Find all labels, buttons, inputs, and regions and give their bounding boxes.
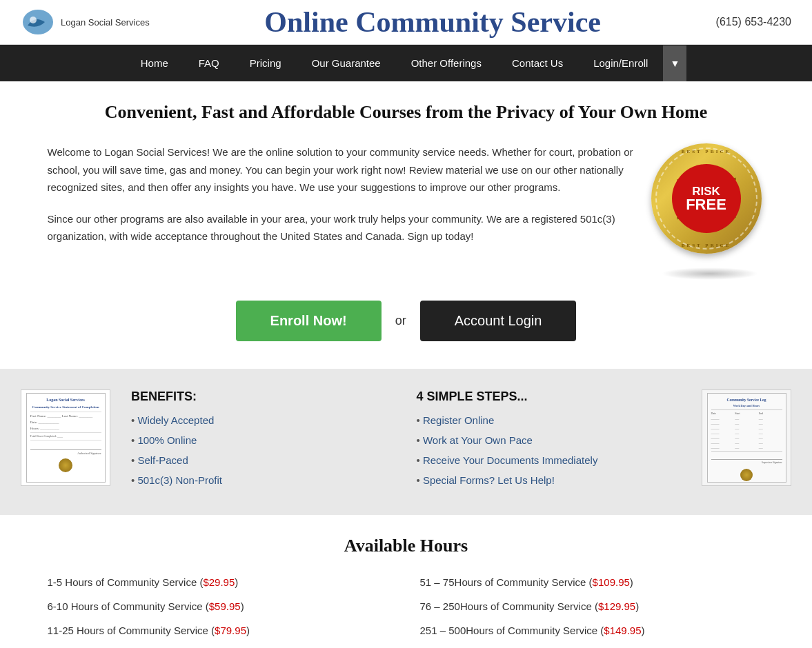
step-link-1[interactable]: Register Online (423, 414, 494, 426)
benefit-link-4[interactable]: 501c(3) Non-Profit (137, 474, 222, 486)
cta-section: Enroll Now! or Account Login (48, 301, 765, 341)
badge-free-text: FREE (686, 197, 726, 212)
hours-row-5: 51 – 75Hours of Community Service ($109.… (420, 574, 765, 591)
intro-paragraph-1: Welcome to Logan Social Services! We are… (48, 143, 634, 196)
phone-number: (615) 653-4230 (716, 16, 791, 28)
steps-column: 4 SIMPLE STEPS... Register Online Work a… (417, 389, 682, 494)
logo-text: Logan Social Services (61, 17, 150, 28)
nav-login-enroll[interactable]: Login/Enroll (578, 45, 663, 81)
svg-point-1 (30, 17, 37, 23)
hours-price-5: $109.95 (593, 576, 630, 588)
site-header: Logan Social Services Online Community S… (0, 0, 812, 45)
nav-pricing[interactable]: Pricing (235, 45, 297, 81)
hours-suffix-2: ) (241, 600, 244, 612)
page-headline: Convenient, Fast and Affordable Courses … (48, 102, 765, 123)
benefits-title: BENEFITS: (131, 389, 396, 404)
hours-suffix-5: ) (630, 576, 633, 588)
steps-list: Register Online Work at Your Own Pace Re… (417, 414, 682, 486)
hours-price-7: $149.95 (604, 625, 641, 636)
benefit-item-3: Self-Paced (131, 454, 396, 466)
logo-area: Logan Social Services (21, 8, 150, 36)
hours-label-3: 11-25 Hours of Community Service ( (48, 625, 215, 636)
hours-row-6: 76 – 250Hours of Community Service ($129… (420, 598, 765, 615)
risk-free-badge: BEST PRICE BEST PRICE BEST PRICE BEST PR… (651, 143, 769, 267)
intro-section: Welcome to Logan Social Services! We are… (48, 143, 765, 280)
main-nav: Home FAQ Pricing Our Guarantee Other Off… (0, 45, 812, 81)
hours-label-6: 76 – 250Hours of Community Service ( (420, 600, 598, 612)
hours-suffix-7: ) (642, 625, 645, 636)
step-item-2: Work at Your Own Pace (417, 434, 682, 446)
hours-suffix-1: ) (235, 576, 238, 588)
step-link-2[interactable]: Work at Your Own Pace (423, 434, 533, 446)
site-title: Online Community Service (150, 6, 716, 39)
nav-home[interactable]: Home (126, 45, 184, 81)
certificate-image-right: Community Service Log Work Days and Hour… (702, 389, 791, 486)
benefit-link-2[interactable]: 100% Online (137, 434, 197, 446)
or-separator: or (395, 314, 406, 328)
hours-label-2: 6-10 Hours of Community Service ( (48, 600, 209, 612)
badge-outer-ring: BEST PRICE BEST PRICE BEST PRICE BEST PR… (651, 143, 762, 254)
hours-row-7: 251 – 500Hours of Community Service ($14… (420, 622, 765, 639)
hours-row-1: 1-5 Hours of Community Service ($29.95) (48, 574, 393, 591)
benefit-item-1: Widely Accepted (131, 414, 396, 426)
nav-faq[interactable]: FAQ (184, 45, 235, 81)
logo-icon (21, 8, 55, 36)
risk-free-badge-area: BEST PRICE BEST PRICE BEST PRICE BEST PR… (655, 143, 765, 280)
benefits-list: Widely Accepted 100% Online Self-Paced 5… (131, 414, 396, 486)
step-item-4: Special Forms? Let Us Help! (417, 474, 682, 486)
certificate-image-left: Logan Social Services Community Service … (21, 389, 110, 486)
hours-price-3: $79.95 (215, 625, 246, 636)
hours-label-7: 251 – 500Hours of Community Service ( (420, 625, 604, 636)
hours-label-1: 1-5 Hours of Community Service ( (48, 576, 204, 588)
badge-shadow (662, 267, 758, 280)
benefit-item-4: 501c(3) Non-Profit (131, 474, 396, 486)
benefits-section: Logan Social Services Community Service … (0, 369, 812, 515)
hours-price-1: $29.95 (203, 576, 235, 588)
hours-suffix-3: ) (246, 625, 250, 636)
step-link-3[interactable]: Receive Your Documents Immediately (423, 454, 597, 466)
hours-suffix-6: ) (635, 600, 639, 612)
hours-row-3: 11-25 Hours of Community Service ($79.95… (48, 622, 393, 639)
step-link-4[interactable]: Special Forms? Let Us Help! (423, 474, 555, 486)
account-login-button[interactable]: Account Login (420, 301, 577, 341)
hours-price-2: $59.95 (209, 600, 241, 612)
badge-inner-circle: RISK FREE (672, 164, 741, 233)
cert-mock-left: Logan Social Services Community Service … (26, 393, 106, 483)
hours-title: Available Hours (48, 536, 765, 556)
hours-label-5: 51 – 75Hours of Community Service ( (420, 576, 593, 588)
step-item-3: Receive Your Documents Immediately (417, 454, 682, 466)
nav-our-guarantee[interactable]: Our Guarantee (297, 45, 396, 81)
benefit-link-1[interactable]: Widely Accepted (137, 414, 214, 426)
nav-other-offerings[interactable]: Other Offerings (396, 45, 497, 81)
hours-price-6: $129.95 (598, 600, 635, 612)
benefit-item-2: 100% Online (131, 434, 396, 446)
intro-paragraph-2: Since our other programs are also availa… (48, 210, 634, 245)
hours-grid: 1-5 Hours of Community Service ($29.95) … (48, 574, 765, 648)
intro-text: Welcome to Logan Social Services! We are… (48, 143, 634, 259)
enroll-now-button[interactable]: Enroll Now! (236, 301, 382, 341)
badge-top-text: BEST PRICE (682, 149, 731, 154)
nav-dropdown-button[interactable]: ▼ (663, 45, 686, 81)
benefit-link-3[interactable]: Self-Paced (137, 454, 188, 466)
nav-contact-us[interactable]: Contact Us (497, 45, 578, 81)
steps-title: 4 SIMPLE STEPS... (417, 389, 682, 404)
badge-risk-text: RISK (692, 185, 720, 197)
hours-row-2: 6-10 Hours of Community Service ($59.95) (48, 598, 393, 615)
cert-mock-right: Community Service Log Work Days and Hour… (707, 393, 786, 483)
hours-section: Available Hours 1-5 Hours of Community S… (27, 515, 786, 648)
main-content: Convenient, Fast and Affordable Courses … (27, 81, 786, 341)
badge-bottom-text: BEST PRICE (682, 243, 731, 248)
benefits-column: BENEFITS: Widely Accepted 100% Online Se… (131, 389, 396, 494)
step-item-1: Register Online (417, 414, 682, 426)
